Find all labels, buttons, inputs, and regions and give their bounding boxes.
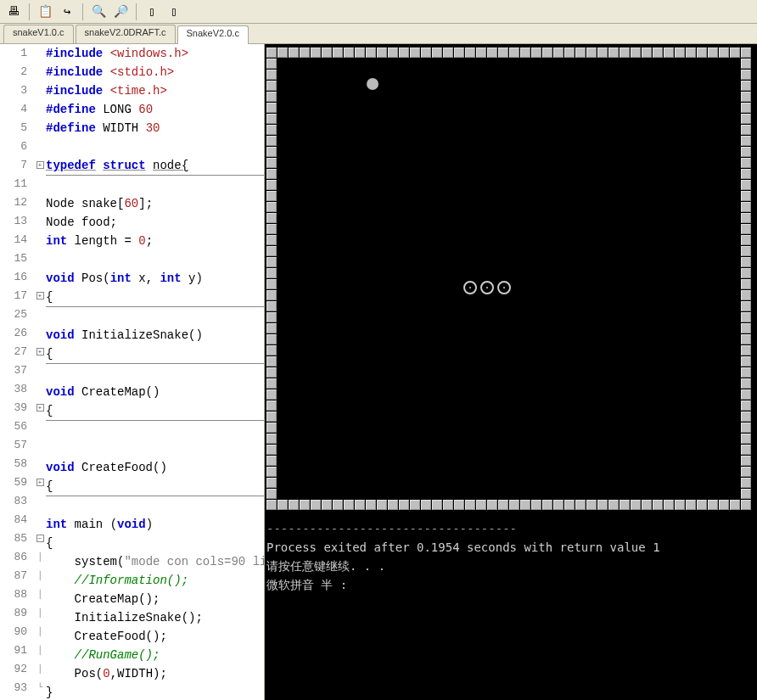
- code-line[interactable]: {: [46, 477, 264, 496]
- code-line[interactable]: //RunGame();: [46, 646, 264, 664]
- wall-cell: [344, 48, 354, 58]
- code-line[interactable]: [46, 250, 264, 269]
- code-line[interactable]: CreateFood();: [46, 627, 264, 646]
- editor-pane[interactable]: 1234567111213141516172526273738395657585…: [0, 44, 265, 700]
- print-icon[interactable]: 🖶: [3, 3, 24, 21]
- wall-cell: [311, 500, 321, 510]
- code-line[interactable]: void CreateFood(): [46, 458, 264, 477]
- line-number: 92: [0, 660, 27, 679]
- wall-cell: [509, 48, 519, 58]
- copy-icon[interactable]: 📋: [35, 3, 55, 21]
- code-line[interactable]: [46, 364, 264, 383]
- zoom-in-icon[interactable]: 🔍: [88, 3, 109, 21]
- code-line[interactable]: typedef struct node{: [46, 156, 264, 176]
- tab-snake-v2[interactable]: SnakeV2.0.c: [177, 25, 249, 44]
- code-line[interactable]: CreateMap();: [46, 590, 264, 608]
- line-number: 83: [0, 492, 27, 511]
- wall-cell: [553, 500, 564, 510]
- wall-cell: [266, 180, 277, 190]
- line-number: 86: [0, 548, 27, 567]
- code-line[interactable]: void InitializeSnake(): [46, 326, 264, 344]
- code-line[interactable]: void CreateMap(): [46, 383, 264, 401]
- line-number: 57: [0, 436, 27, 455]
- code-line[interactable]: [46, 137, 264, 156]
- game-console[interactable]: ----------------------------------- Proc…: [265, 44, 757, 700]
- fold-gutter[interactable]: + + + + + −│││││││└: [34, 44, 46, 700]
- code-line[interactable]: {: [46, 534, 264, 552]
- code-line[interactable]: void Pos(int x, int y): [46, 269, 264, 288]
- fold-marker: │: [34, 623, 46, 641]
- wall-cell: [520, 48, 530, 58]
- code-line[interactable]: #include <time.h>: [46, 81, 264, 100]
- code-line[interactable]: #define LONG 60: [46, 100, 264, 119]
- wall-cell: [708, 500, 718, 510]
- wall-cell: [741, 279, 751, 289]
- wall-cell: [266, 423, 277, 433]
- wall-cell: [586, 48, 597, 58]
- wall-cell: [664, 48, 674, 58]
- code-line[interactable]: {: [46, 401, 264, 421]
- wall-cell: [266, 279, 277, 289]
- wall-cell: [266, 48, 277, 58]
- fold-marker[interactable]: +: [34, 156, 46, 175]
- wall-cell: [377, 48, 387, 58]
- wall-cell: [531, 500, 541, 510]
- code-line[interactable]: #include <windows.h>: [46, 44, 264, 63]
- code-line[interactable]: system("mode con cols=90 lines=35");: [46, 552, 264, 571]
- fold-marker[interactable]: +: [34, 287, 46, 305]
- line-number: 38: [0, 380, 27, 399]
- wall-cell: [741, 445, 751, 455]
- code-line[interactable]: int main (void): [46, 515, 264, 534]
- wall-cell: [266, 235, 277, 245]
- wall-cell: [266, 345, 277, 356]
- code-line[interactable]: Pos(0,WIDTH);: [46, 664, 264, 683]
- tab-snake-v2-draft[interactable]: snakeV2.0DRAFT.c: [76, 25, 176, 43]
- code-line[interactable]: //Information();: [46, 571, 264, 590]
- line-number: 14: [0, 231, 27, 249]
- code-area[interactable]: #include <windows.h>#include <stdio.h>#i…: [46, 44, 264, 700]
- wall-cell: [741, 147, 751, 157]
- wall-cell: [741, 257, 751, 267]
- fold-marker[interactable]: +: [34, 473, 46, 492]
- console-divider: -----------------------------------: [265, 519, 757, 538]
- wall-cell: [620, 500, 630, 510]
- wall-cell: [333, 48, 343, 58]
- code-line[interactable]: {: [46, 344, 264, 364]
- code-line[interactable]: InitializeSnake();: [46, 608, 264, 627]
- wall-cell: [741, 136, 751, 146]
- fold-marker[interactable]: +: [34, 399, 46, 417]
- code-line[interactable]: #include <stdio.h>: [46, 63, 264, 81]
- line-number: 4: [0, 100, 27, 119]
- tab-snake-v1[interactable]: snakeV1.0.c: [3, 25, 74, 43]
- code-line[interactable]: [46, 307, 264, 326]
- wall-cell: [266, 147, 277, 157]
- fold-marker[interactable]: −: [34, 529, 46, 548]
- line-number: 3: [0, 81, 27, 100]
- wall-cell: [266, 478, 277, 488]
- redo-icon[interactable]: ↪: [57, 3, 77, 21]
- code-line[interactable]: [46, 440, 264, 458]
- wall-cell: [410, 500, 420, 510]
- code-line[interactable]: Node food;: [46, 213, 264, 232]
- zoom-out-icon[interactable]: 🔎: [110, 3, 131, 21]
- wall-cell: [741, 213, 751, 223]
- code-line[interactable]: Node snake[60];: [46, 194, 264, 213]
- code-line[interactable]: [46, 176, 264, 194]
- code-line[interactable]: }: [46, 683, 264, 700]
- wall-cell: [266, 456, 277, 466]
- code-line[interactable]: int length = 0;: [46, 232, 264, 250]
- fold-marker: [34, 268, 46, 287]
- code-line[interactable]: [46, 496, 264, 515]
- panel-left-icon[interactable]: ▯: [142, 3, 162, 21]
- wall-cell: [432, 500, 442, 510]
- fold-marker: │: [34, 567, 46, 585]
- fold-marker[interactable]: +: [34, 343, 46, 361]
- code-line[interactable]: {: [46, 288, 264, 307]
- wall-cell: [443, 500, 453, 510]
- wall-cell: [322, 48, 332, 58]
- wall-cell: [631, 500, 641, 510]
- code-line[interactable]: #define WIDTH 30: [46, 119, 264, 137]
- wall-cell: [266, 500, 277, 510]
- code-line[interactable]: [46, 421, 264, 440]
- panel-right-icon[interactable]: ▯: [164, 3, 184, 21]
